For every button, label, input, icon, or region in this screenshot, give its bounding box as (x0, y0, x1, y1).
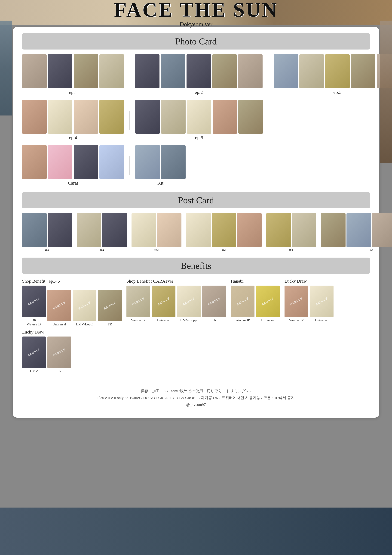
benefit-shop-ep-universal: SAMPLE Universal (47, 290, 71, 326)
benefits-header: Benefits (22, 258, 370, 274)
photo-ep2-card4 (212, 54, 237, 88)
photo-ep1-label: ep.1 (69, 89, 77, 95)
benefit-shop-ep-label: Shop Benefit : ep1~5 (22, 279, 122, 284)
photo-card-row-1: ep.1 ep.2 (22, 54, 370, 95)
sample-overlay-6: SAMPLE (152, 285, 175, 317)
photo-ep4-label: ep.4 (69, 135, 77, 140)
photo-ep3-group: ep.3 (274, 54, 392, 95)
postcard-ep3-label: ep.3 (154, 248, 158, 251)
photo-ep2-card3 (186, 54, 211, 88)
postcard-kit-img3 (372, 213, 392, 247)
photo-ep1-card1 (22, 54, 47, 88)
postcard-ep2-label: ep.2 (100, 248, 104, 251)
photo-ep5-card5 (238, 100, 263, 134)
photo-ep4-card1 (22, 100, 47, 134)
photo-ep3-card2 (299, 54, 324, 88)
postcard-ep4-img1 (186, 213, 211, 247)
photo-ep5-card4 (213, 100, 237, 134)
divider3 (129, 110, 130, 130)
post-card-title: Post Card (25, 195, 367, 205)
photo-ep4-card2 (48, 100, 72, 134)
postcard-ep4-img2 (212, 213, 236, 247)
benefit-carat-wevrsejp: SAMPLE Wevrse JP (127, 285, 150, 322)
sample-overlay-2: SAMPLE (47, 290, 71, 321)
benefit-hanabi-label: Hanabi (231, 279, 280, 284)
photo-ep1-card2 (48, 54, 72, 88)
photo-ep3-card3 (325, 54, 350, 88)
photo-kit-label: Kit (157, 180, 164, 186)
postcard-kit-group: Kit (321, 213, 392, 251)
photo-ep5-card3 (187, 100, 211, 134)
sample-overlay-8: SAMPLE (202, 285, 226, 317)
photo-card-header: Photo Card (22, 33, 370, 50)
postcard-ep4-group: ep.4 (186, 213, 262, 251)
sample-overlay-14: SAMPLE (47, 336, 71, 368)
postcard-ep4-img3 (237, 213, 262, 247)
benefit-carat-hmv: SAMPLE HMV/Loppi (177, 285, 201, 322)
postcard-ep5-label: ep.5 (289, 248, 293, 251)
benefit-luckydraw-group1: Lucky Draw SAMPLE Wevrse JP SAMPLE (285, 279, 334, 322)
photo-ep4-card4 (100, 100, 124, 134)
footer-line3: @_kyeom97 (22, 401, 370, 408)
benefit-shop-carat-label: Shop Benefit : CARATver (127, 279, 226, 284)
postcard-ep1-img1 (22, 213, 47, 247)
photo-ep1-group: ep.1 (22, 54, 124, 95)
sample-overlay-11: SAMPLE (285, 285, 308, 317)
content-panel: Photo Card ep.1 (13, 27, 379, 418)
photo-ep4-card3 (74, 100, 98, 134)
photo-kit-group: Kit (135, 145, 185, 186)
lucky-draw-row-2: Lucky Draw SAMPLE HMV SAMPLE TR (22, 329, 370, 373)
photo-carat-card2 (48, 145, 72, 179)
benefit-shop-ep-hmv: SAMPLE HMV/Loppi (73, 290, 96, 326)
benefit-luckydraw-universal: SAMPLE Universal (310, 285, 334, 322)
benefit-hanabi-universal: SAMPLE Universal (256, 285, 280, 322)
benefit-shop-ep-tr: SAMPLE TR (98, 290, 122, 326)
sample-overlay-13: SAMPLE (22, 336, 46, 368)
benefit-shop-ep-group: Shop Benefit : ep1~5 SAMPLE DKWevrse JP … (22, 279, 122, 326)
footer: 保存・加工 OK / Twitter以外での使用・切り取り・トリミングNG Pl… (22, 383, 370, 408)
photo-ep5-group: ep.5 (135, 100, 263, 140)
postcard-kit-img2 (347, 213, 371, 247)
photo-ep2-card5 (238, 54, 263, 88)
benefit-carat-universal: SAMPLE Universal (152, 285, 175, 322)
benefit-carat-tr: SAMPLE TR (202, 285, 226, 322)
sample-overlay-10: SAMPLE (256, 285, 280, 317)
photo-ep3-label: ep.3 (333, 89, 342, 95)
photo-ep5-card1 (135, 100, 160, 134)
postcard-ep3-img1 (131, 213, 156, 247)
photo-ep5-label: ep.5 (195, 135, 203, 140)
postcard-ep3-group: ep.3 (131, 213, 181, 251)
sample-overlay-1: SAMPLE (22, 285, 46, 317)
benefits-title: Benefits (25, 260, 367, 271)
photo-ep4-group: ep.4 (22, 100, 124, 140)
photo-carat-label: Carat (68, 180, 78, 186)
footer-line2: Please use it only on Twitter / DO NOT C… (22, 394, 370, 401)
photo-ep2-group: ep.2 (135, 54, 263, 95)
photo-carat-card4 (100, 145, 124, 179)
benefit-hanabi-wevrsejp: SAMPLE Wevrse JP (231, 285, 255, 322)
photo-ep2-card2 (161, 54, 185, 88)
benefit-hanabi-group: Hanabi SAMPLE Wevrse JP SAMPLE (231, 279, 280, 322)
benefit-luckydraw-hmv: SAMPLE HMV (22, 336, 46, 373)
photo-card-row-3: Carat Kit (22, 145, 370, 186)
sample-overlay-9: SAMPLE (231, 285, 255, 317)
benefit-luckydraw-label1: Lucky Draw (285, 279, 334, 284)
divider4 (129, 156, 130, 175)
photo-ep5-card2 (161, 100, 185, 134)
postcard-ep5-group: ep.5 (266, 213, 316, 251)
sample-overlay-5: SAMPLE (127, 285, 150, 317)
postcard-ep3-img2 (157, 213, 181, 247)
benefit-luckydraw-wevrsejp: SAMPLE Wevrse JP (285, 285, 308, 322)
title-area: FACE THE SUN Dokyeom ver (0, 0, 392, 25)
postcard-ep1-group: ep.1 (22, 213, 72, 251)
main-title: FACE THE SUN (114, 0, 278, 20)
photo-card-section: Photo Card ep.1 (22, 33, 370, 186)
photo-ep1-card3 (74, 54, 98, 88)
photo-kit-card1 (135, 145, 160, 179)
sample-overlay-3: SAMPLE (73, 290, 96, 321)
photo-ep2-label: ep.2 (195, 89, 203, 95)
postcard-ep5-img2 (292, 213, 316, 247)
photo-card-title: Photo Card (25, 36, 367, 47)
postcard-ep1-label: ep.1 (45, 248, 49, 251)
photo-ep3-card1 (274, 54, 298, 88)
